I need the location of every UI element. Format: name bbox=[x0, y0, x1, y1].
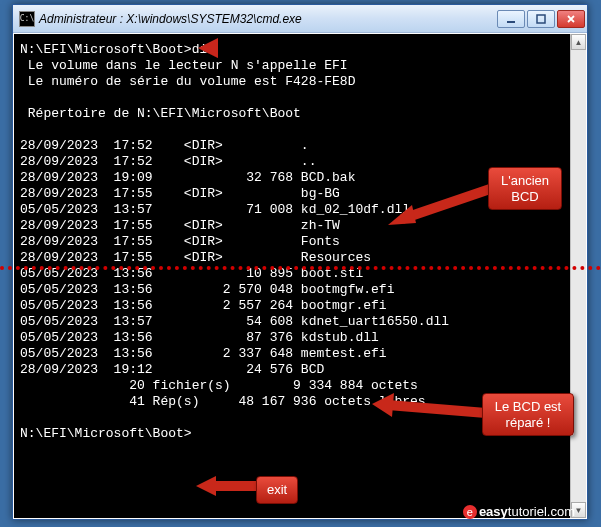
maximize-button[interactable] bbox=[527, 10, 555, 28]
scroll-up-button[interactable]: ▲ bbox=[571, 34, 586, 50]
close-icon bbox=[566, 14, 576, 24]
terminal-output[interactable]: N:\EFI\Microsoft\Boot>dir Le volume dans… bbox=[14, 34, 586, 518]
maximize-icon bbox=[536, 14, 546, 24]
svg-rect-1 bbox=[537, 15, 545, 23]
scrollbar[interactable]: ▲ ▼ bbox=[570, 34, 586, 518]
minimize-icon bbox=[506, 14, 516, 24]
close-button[interactable] bbox=[557, 10, 585, 28]
window-controls bbox=[497, 10, 585, 28]
minimize-button[interactable] bbox=[497, 10, 525, 28]
watermark-logo-icon: e bbox=[463, 505, 477, 519]
titlebar[interactable]: C:\ Administrateur : X:\windows\SYSTEM32… bbox=[13, 5, 587, 33]
svg-rect-0 bbox=[507, 21, 515, 23]
cmd-icon: C:\ bbox=[19, 11, 35, 27]
window-title: Administrateur : X:\windows\SYSTEM32\cmd… bbox=[39, 12, 302, 26]
watermark: eeasytutoriel.com bbox=[463, 504, 575, 519]
cmd-window: C:\ Administrateur : X:\windows\SYSTEM32… bbox=[12, 4, 588, 520]
